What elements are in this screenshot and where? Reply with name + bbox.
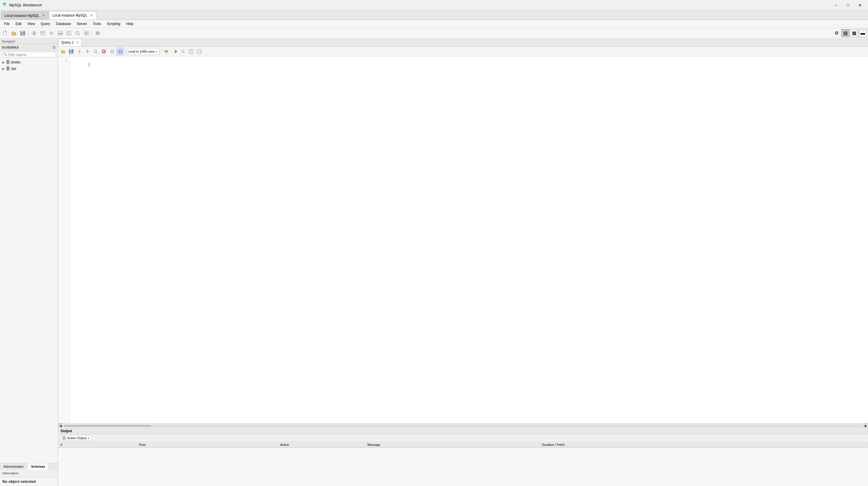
settings-icon-button[interactable]: ⚙ [833, 29, 841, 37]
find-button[interactable] [92, 48, 99, 55]
create-proc-button[interactable]: proc [56, 29, 64, 37]
col-button[interactable] [187, 48, 195, 55]
svg-line-29 [97, 52, 98, 54]
svg-rect-21 [96, 34, 100, 35]
svg-marker-32 [113, 50, 114, 51]
navigator-header: Navigator [0, 38, 58, 44]
view-icon-3-button[interactable]: ▬ [859, 29, 867, 37]
explain-button[interactable]: EX [116, 48, 124, 55]
tab-bar: Local instance MySQL ✕ Local instance My… [0, 10, 868, 20]
tab-administration[interactable]: Administration [0, 463, 28, 470]
tab-label-1: Local instance MySQL [4, 14, 39, 18]
h-scroll-left-btn[interactable]: ◀ [58, 423, 63, 428]
h-scroll-right-btn[interactable]: ▶ [863, 423, 868, 428]
inspect-button[interactable] [73, 29, 82, 37]
beautify-button[interactable] [171, 48, 179, 55]
main-toolbar: ⚙ proc f ⚙ ▨ ▩ ▬ [0, 28, 868, 38]
view-icon-1-button[interactable]: ▨ [841, 29, 849, 37]
create-schema-button[interactable]: ⚙ [30, 29, 38, 37]
output-toolbar: Action Output ▾ [58, 434, 868, 442]
title-bar: 🐬 MySQL Workbench − □ ✕ [0, 0, 868, 10]
exec-line-button[interactable] [84, 48, 91, 55]
view-icon-2-button[interactable]: ▩ [850, 29, 858, 37]
h-scroll-track[interactable] [63, 425, 863, 427]
tab-local-instance-1[interactable]: Local instance MySQL ✕ [1, 11, 49, 20]
schema-item-sys[interactable]: ▶ 🗄 sys [0, 65, 58, 72]
search-sql-button[interactable] [179, 48, 187, 55]
open-file-button[interactable] [10, 29, 18, 37]
menu-view[interactable]: View [24, 21, 38, 27]
filter-input[interactable] [8, 53, 55, 56]
svg-marker-36 [165, 50, 166, 53]
no-object-text: No object selected [2, 479, 36, 484]
tab-local-instance-2[interactable]: Local instance MySQL ✕ [49, 11, 97, 20]
tab-close-2[interactable]: ✕ [90, 14, 93, 18]
query-tab-close[interactable]: ✕ [76, 41, 79, 44]
information-section: Information [0, 470, 58, 477]
exec-lightning-button[interactable] [75, 48, 83, 55]
search-icon: 🔍 [3, 53, 7, 56]
stop-exec-button[interactable] [100, 48, 107, 55]
limit-dropdown-arrow[interactable]: ▾ [156, 50, 157, 53]
expand-arrow-sys[interactable]: ▶ [2, 67, 5, 70]
tab-schemas[interactable]: Schemas [28, 463, 49, 470]
schema-item-books[interactable]: ▶ 🗄 books [0, 59, 58, 65]
menu-edit[interactable]: Edit [12, 21, 24, 27]
properties-button[interactable] [94, 29, 102, 37]
schemas-tab-label: Schemas [31, 465, 45, 468]
wrap-button[interactable] [195, 48, 203, 55]
schema-name-books: books [11, 60, 20, 64]
schemas-refresh-icon[interactable]: ↻ [53, 45, 56, 50]
svg-point-38 [182, 50, 184, 52]
line-number-1: 1 [59, 59, 67, 63]
svg-rect-3 [21, 33, 24, 35]
tab-close-1[interactable]: ✕ [42, 14, 45, 18]
schema-list: ▶ 🗄 books ▶ 🗄 sys [0, 58, 58, 463]
schema-icon-books: 🗄 [6, 60, 10, 65]
create-view-button[interactable] [48, 29, 56, 37]
svg-line-16 [79, 34, 80, 35]
menu-help[interactable]: Help [123, 21, 136, 27]
menu-tools[interactable]: Tools [90, 21, 104, 27]
limit-select[interactable]: Limit to 1000 rows ▾ [127, 48, 160, 55]
open-sql-button[interactable] [59, 48, 67, 55]
expand-arrow-books[interactable]: ▶ [2, 61, 5, 64]
svg-rect-19 [96, 32, 100, 32]
sidebar-tab-bar: Administration Schemas [0, 463, 58, 470]
refresh-button[interactable] [108, 48, 116, 55]
svg-rect-23 [70, 50, 71, 51]
h-scroll-thumb[interactable] [64, 425, 151, 427]
maximize-button[interactable]: □ [842, 1, 854, 9]
svg-rect-24 [70, 52, 73, 53]
app-icon: 🐬 [2, 3, 7, 8]
menu-file[interactable]: File [1, 21, 12, 27]
exec-button[interactable] [82, 29, 90, 37]
save-sql-button[interactable] [67, 48, 75, 55]
new-file-button[interactable] [1, 29, 9, 37]
create-func-button[interactable]: f [65, 29, 73, 37]
col-hash: # [58, 442, 136, 448]
save-button[interactable] [19, 29, 27, 37]
content-area: Query 1 ✕ [58, 38, 868, 486]
query-tab-label: Query 1 [61, 40, 74, 44]
sidebar: Navigator SCHEMAS ↻ 🔍 ▶ 🗄 books ▶ 🗄 sys [0, 38, 58, 486]
format-button[interactable] [163, 48, 170, 55]
administration-label: Administration [3, 465, 24, 468]
svg-rect-20 [96, 33, 100, 33]
toolbar-sep-1 [28, 30, 29, 36]
menu-scripting[interactable]: Scripting [104, 21, 123, 27]
close-button[interactable]: ✕ [855, 1, 866, 9]
query-tab-1[interactable]: Query 1 ✕ [58, 39, 82, 46]
menu-server[interactable]: Server [74, 21, 90, 27]
action-output-button[interactable]: Action Output ▾ [60, 435, 91, 441]
menu-database[interactable]: Database [53, 21, 74, 27]
output-label: Output [61, 429, 72, 433]
action-output-label: Action Output [67, 436, 87, 440]
create-table-button[interactable] [39, 29, 47, 37]
sql-editor[interactable] [70, 56, 868, 423]
h-scrollbar[interactable]: ◀ ▶ [58, 423, 868, 428]
minimize-button[interactable]: − [830, 1, 841, 9]
action-output-arrow[interactable]: ▾ [88, 436, 89, 440]
menu-query[interactable]: Query [38, 21, 53, 27]
limit-label: Limit to 1000 rows [128, 50, 154, 53]
